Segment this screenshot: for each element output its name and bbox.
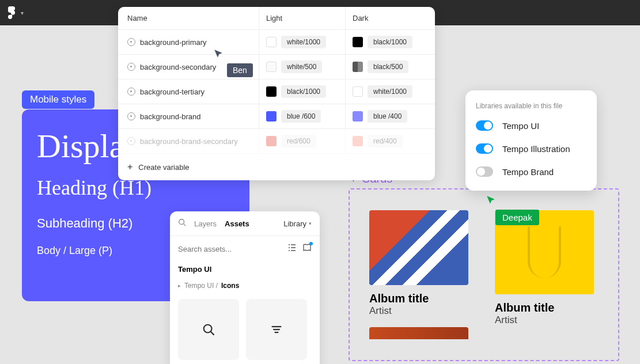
color-swatch: [266, 111, 277, 122]
variables-header: Name Light Dark: [118, 7, 435, 30]
list-view-icon[interactable]: [287, 243, 297, 255]
variable-name: background-tertiary: [140, 88, 205, 96]
mobile-styles-label[interactable]: Mobile styles: [22, 90, 94, 109]
icon-tile-search[interactable]: [178, 299, 239, 360]
search-assets-input[interactable]: [178, 245, 282, 253]
tab-assets[interactable]: Assets: [225, 219, 249, 228]
assets-breadcrumb[interactable]: ▸ Tempo UI / Icons: [170, 277, 320, 294]
album-title: Album title: [369, 292, 468, 305]
library-row: Tempo Illustration: [476, 143, 586, 154]
user-tag-ben: Ben: [227, 63, 253, 77]
library-toggle[interactable]: [476, 143, 493, 154]
chevron-down-icon: ▾: [309, 221, 312, 226]
color-chip: black/500: [368, 60, 408, 73]
chevron-down-icon: ▾: [21, 10, 24, 16]
svg-point-0: [179, 219, 184, 225]
library-dropdown[interactable]: Library ▾: [283, 219, 312, 228]
library-name: Tempo UI: [502, 121, 539, 131]
breadcrumb-current: Icons: [221, 282, 239, 290]
assets-tabs: Layers Assets Library ▾: [170, 211, 320, 236]
color-swatch: [353, 136, 363, 146]
libraries-panel-title: Libraries available in this file: [476, 102, 586, 110]
album-title: Album title: [495, 301, 594, 314]
color-chip: red/600: [281, 135, 316, 147]
color-swatch: [353, 37, 363, 47]
album-card[interactable]: Album title Artist: [369, 210, 468, 339]
tab-layers[interactable]: Layers: [194, 219, 217, 228]
library-name: Tempo Illustration: [502, 144, 570, 154]
library-row: Tempo Brand: [476, 166, 586, 177]
palette-icon: [127, 137, 135, 145]
color-swatch: [353, 62, 363, 72]
album-artwork-strip: [369, 327, 468, 339]
icon-grid: [170, 294, 320, 364]
search-icon[interactable]: [178, 218, 186, 229]
variable-row[interactable]: background-brand-secondaryred/600red/400: [118, 129, 435, 154]
color-chip: white/500: [281, 60, 322, 73]
col-header-light: Light: [259, 7, 346, 29]
variable-row[interactable]: background-secondarywhite/500black/500: [118, 55, 435, 79]
libraries-panel: Libraries available in this file Tempo U…: [465, 90, 597, 191]
palette-icon: [127, 38, 135, 46]
album-artwork: [369, 210, 468, 285]
search-icon: [202, 323, 215, 336]
library-icon[interactable]: [302, 243, 312, 255]
svg-line-1: [184, 224, 186, 226]
palette-icon: [127, 88, 135, 96]
color-swatch: [266, 62, 277, 72]
update-dot-icon: [309, 242, 313, 245]
color-chip: red/400: [368, 135, 403, 147]
caret-icon: ▸: [178, 283, 181, 289]
color-swatch: [266, 86, 277, 97]
cursor-deepak: [486, 195, 496, 207]
album-artist: Artist: [495, 314, 594, 326]
color-chip: blue /600: [281, 110, 321, 123]
color-chip: black/1000: [281, 85, 326, 98]
palette-icon: [127, 112, 135, 120]
figma-logo-icon: [7, 6, 16, 19]
library-dropdown-label: Library: [283, 219, 306, 228]
plus-icon: +: [127, 162, 132, 172]
figma-menu[interactable]: ▾: [7, 6, 24, 19]
library-section-title: Tempo UI: [170, 261, 320, 277]
variables-panel: Name Light Dark background-primarywhite/…: [118, 7, 435, 180]
variable-name: background-primary: [140, 38, 207, 47]
svg-point-2: [204, 325, 212, 333]
color-chip: blue /400: [368, 110, 407, 123]
color-swatch: [266, 37, 277, 47]
breadcrumb-parent: Tempo UI /: [184, 282, 218, 290]
palette-icon: [127, 63, 135, 71]
color-swatch: [353, 86, 363, 97]
library-toggle[interactable]: [476, 166, 493, 177]
variable-name: background-brand: [140, 112, 201, 121]
variable-row[interactable]: background-tertiaryblack/1000white/1000: [118, 79, 435, 104]
library-row: Tempo UI: [476, 120, 586, 131]
variable-name: background-brand-secondary: [140, 137, 238, 146]
create-variable-button[interactable]: + Create variable: [118, 154, 435, 180]
variable-name: background-secondary: [140, 63, 216, 71]
user-tag-deepak: Deepak: [495, 210, 539, 225]
filter-icon: [271, 324, 282, 335]
color-swatch: [266, 136, 277, 146]
color-chip: black/1000: [368, 36, 412, 48]
col-header-name: Name: [118, 7, 259, 29]
color-swatch: [353, 111, 363, 122]
cards-frame[interactable]: Album title Artist Album title Artist: [349, 188, 619, 361]
color-chip: white/1000: [368, 85, 412, 98]
library-name: Tempo Brand: [502, 167, 554, 177]
assets-panel: Layers Assets Library ▾ Tempo UI ▸ Tempo…: [170, 211, 320, 364]
assets-search-row: [170, 236, 320, 261]
album-card[interactable]: Album title Artist: [495, 210, 594, 339]
variable-row[interactable]: background-primarywhite/1000black/1000: [118, 30, 435, 55]
library-toggle[interactable]: [476, 120, 493, 131]
magnify-icon: [178, 218, 186, 226]
icon-tile-filter[interactable]: [246, 299, 307, 360]
col-header-dark: Dark: [346, 7, 435, 29]
create-variable-label: Create variable: [138, 163, 189, 172]
cursor-ben: [213, 48, 224, 61]
variable-row[interactable]: background-brandblue /600blue /400: [118, 104, 435, 129]
color-chip: white/1000: [281, 36, 326, 48]
svg-line-3: [211, 332, 214, 335]
album-artist: Artist: [369, 305, 468, 317]
